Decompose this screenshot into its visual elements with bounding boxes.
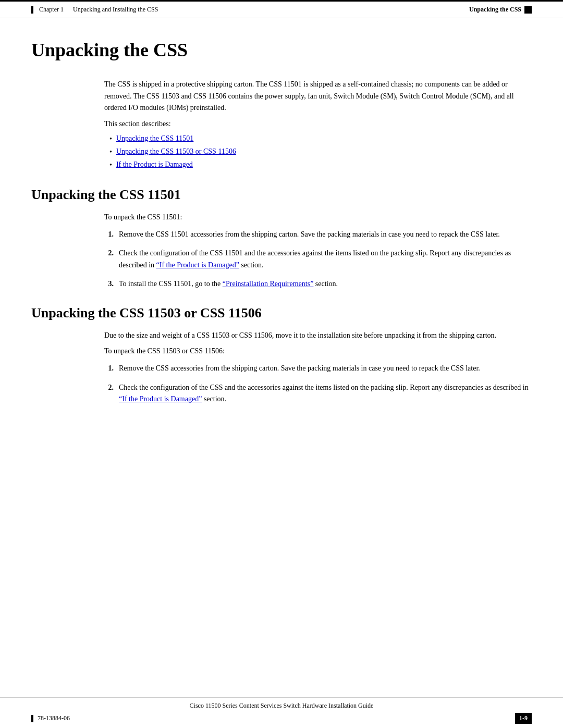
section2-heading: Unpacking the CSS 11503 or CSS 11506 [31,305,532,321]
doc-number: 78-13884-06 [38,714,70,722]
section2-steps-block: Due to the size and weight of a CSS 1150… [104,331,532,405]
section-describes: This section describes: [104,120,532,128]
section1-heading: Unpacking the CSS 11501 [31,187,532,203]
step-text: To install the CSS 11501, go to the “Pre… [119,278,338,290]
bullet-item-2: Unpacking the CSS 11503 or CSS 11506 [109,145,532,158]
intro-paragraph: The CSS is shipped in a protective shipp… [104,79,532,114]
step-number: 1. [104,229,114,240]
step-number: 2. [104,248,114,259]
footer-center-text: Cisco 11500 Series Content Services Swit… [31,702,532,710]
link-unpacking-11501[interactable]: Unpacking the CSS 11501 [116,132,193,145]
step-number: 1. [104,363,114,374]
step-text: Remove the CSS 11501 accessories from th… [119,229,500,240]
chapter-label: Chapter 1 [39,6,64,13]
section2-step-2: 2. Check the configuration of the CSS an… [104,382,532,405]
section1-steps-block: To unpack the CSS 11501: 1. Remove the C… [104,213,532,290]
bullet-item-3: If the Product is Damaged [109,158,532,171]
section1-step-1: 1. Remove the CSS 11501 accessories from… [104,229,532,240]
link-damaged-ref-1[interactable]: “If the Product is Damaged” [156,261,239,269]
section1-step-3: 3. To install the CSS 11501, go to the “… [104,278,532,290]
step-number: 3. [104,278,114,290]
top-header: Chapter 1 Unpacking and Installing the C… [0,0,563,18]
section2-numbered-list: 1. Remove the CSS accessories from the s… [104,363,532,405]
step-number: 2. [104,382,114,393]
step-text: Check the configuration of the CSS and t… [119,382,532,405]
section1-to-unpack: To unpack the CSS 11501: [104,213,532,221]
page-footer: Cisco 11500 Series Content Services Swit… [0,697,563,728]
section2-intro: Due to the size and weight of a CSS 1150… [104,331,532,340]
section2-to-unpack: To unpack the CSS 11503 or CSS 11506: [104,347,532,355]
chapter-header: Chapter 1 Unpacking and Installing the C… [31,6,158,14]
black-square-icon [524,6,532,14]
link-damaged-ref-2[interactable]: “If the Product is Damaged” [119,395,202,403]
page-title: Unpacking the CSS [31,39,532,63]
footer-doc-number: 78-13884-06 [31,714,70,722]
link-preinstallation-req[interactable]: “Preinstallation Requirements” [223,280,314,288]
page: Chapter 1 Unpacking and Installing the C… [0,0,563,728]
section2-step-1: 1. Remove the CSS accessories from the s… [104,363,532,374]
footer-bottom-row: 78-13884-06 1-9 [31,713,532,724]
link-unpacking-11503-11506[interactable]: Unpacking the CSS 11503 or CSS 11506 [116,145,236,158]
section1-numbered-list: 1. Remove the CSS 11501 accessories from… [104,229,532,290]
pipe-icon [31,6,33,14]
step-text: Check the configuration of the CSS 11501… [119,248,532,271]
section-label: Unpacking the CSS [469,6,521,14]
link-if-product-damaged[interactable]: If the Product is Damaged [116,158,193,171]
intro-bullet-list: Unpacking the CSS 11501 Unpacking the CS… [109,132,532,171]
section1-step-2: 2. Check the configuration of the CSS 11… [104,248,532,271]
chapter-title: Unpacking and Installing the CSS [73,6,158,13]
section-header: Unpacking the CSS [469,6,532,14]
step-text: Remove the CSS accessories from the ship… [119,363,480,374]
bullet-item-1: Unpacking the CSS 11501 [109,132,532,145]
main-content: Unpacking the CSS The CSS is shipped in … [0,18,563,443]
footer-pipe-icon [31,715,33,722]
footer-page-number: 1-9 [515,713,532,724]
intro-block: The CSS is shipped in a protective shipp… [104,79,532,171]
